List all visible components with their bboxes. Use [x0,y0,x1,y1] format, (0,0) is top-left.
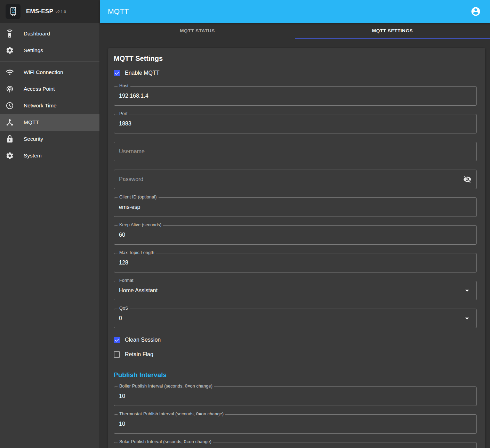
sidebar-item-security[interactable]: Security [0,131,99,147]
publish-intervals-heading: Publish Intervals [114,371,477,379]
host-field: Host [114,86,477,106]
host-input[interactable] [119,93,472,99]
qos-select-value: 0 [119,315,463,321]
app-title-group: EMS-ESP v2.1.0 [26,8,66,15]
chevron-down-icon [463,286,472,295]
password-field [114,170,477,189]
sidebar-item-wifi-connection[interactable]: WiFi Connection [0,64,99,81]
tab-bar: MQTT STATUS MQTT SETTINGS [100,23,490,39]
sidebar-item-dashboard[interactable]: Dashboard [0,25,99,42]
sidebar-item-label: Settings [24,47,43,54]
tab-mqtt-status[interactable]: MQTT STATUS [100,23,295,39]
password-input[interactable] [119,176,463,182]
sidebar-item-label: MQTT [24,119,39,125]
checkbox-checked-icon [114,70,120,76]
max-topic-length-field: Max Topic Length [114,253,477,272]
format-select-label: Format [118,278,135,283]
sidebar-item-network-time[interactable]: Network Time [0,97,99,114]
wifi-icon [6,68,14,76]
sidebar-item-mqtt[interactable]: MQTT [0,114,99,131]
qos-select-label: QoS [118,306,130,311]
sidebar-nav: Dashboard Settings WiFi Connection Acc [0,23,99,164]
checkbox-checked-icon [114,337,120,343]
enable-mqtt-checkbox[interactable]: Enable MQTT [114,70,477,76]
retain-flag-label: Retain Flag [125,351,153,358]
clock-icon [6,101,14,110]
sidebar: EMS-ESP v2.1.0 Dashboard Settings [0,0,100,448]
sidebar-item-label: Dashboard [24,31,50,37]
content-area: MQTT Settings Enable MQTT Host Port [100,39,490,448]
retain-flag-checkbox[interactable]: Retain Flag [114,351,477,358]
host-field-label: Host [118,83,130,88]
boiler-interval-input[interactable] [119,393,472,399]
port-field: Port [114,114,477,133]
sidebar-item-access-point[interactable]: Access Point [0,81,99,97]
sidebar-item-label: Network Time [24,103,57,109]
thermostat-interval-field-label: Thermostat Publish Interval (seconds, 0=… [118,412,225,416]
checkbox-unchecked-icon [114,351,120,358]
card-title: MQTT Settings [114,54,477,63]
ems-esp-logo [6,4,21,19]
port-field-label: Port [118,111,129,116]
keep-alive-field-label: Keep Alive (seconds) [118,222,163,227]
format-select[interactable]: Format Home Assistant [114,281,477,300]
keep-alive-field: Keep Alive (seconds) [114,225,477,245]
format-select-value: Home Assistant [119,287,463,294]
max-topic-length-field-label: Max Topic Length [118,250,156,255]
username-field [114,142,477,161]
app-root: EMS-ESP v2.1.0 Dashboard Settings [0,0,490,448]
appbar: MQTT [100,0,490,23]
access-point-icon [6,85,14,93]
app-title: EMS-ESP [26,8,53,15]
sidebar-item-label: WiFi Connection [24,69,63,75]
enable-mqtt-label: Enable MQTT [125,70,160,76]
boiler-interval-field-label: Boiler Publish Interval (seconds, 0=on c… [118,384,214,389]
clean-session-checkbox[interactable]: Clean Session [114,336,477,343]
chevron-down-icon [463,314,472,323]
sidebar-header: EMS-ESP v2.1.0 [0,0,99,23]
port-input[interactable] [119,121,472,127]
mqtt-settings-card: MQTT Settings Enable MQTT Host Port [108,48,485,448]
lock-icon [6,135,14,143]
sidebar-item-label: Access Point [24,86,55,92]
thermostat-interval-field: Thermostat Publish Interval (seconds, 0=… [114,414,477,434]
system-gear-icon [6,152,14,160]
visibility-off-icon[interactable] [463,175,472,184]
main-area: MQTT MQTT STATUS MQTT SETTINGS MQTT Sett… [100,0,490,448]
thermostat-interval-input[interactable] [119,421,472,427]
account-circle-icon[interactable] [471,6,481,17]
max-topic-length-input[interactable] [119,260,472,266]
mqtt-hub-icon [6,118,14,127]
sidebar-item-settings[interactable]: Settings [0,42,99,59]
sidebar-item-label: System [24,153,42,159]
client-id-input[interactable] [119,204,472,210]
boiler-interval-field: Boiler Publish Interval (seconds, 0=on c… [114,386,477,406]
app-version: v2.1.0 [56,10,66,14]
sidebar-item-label: Security [24,136,43,142]
dashboard-remote-icon [6,30,14,38]
tab-mqtt-settings[interactable]: MQTT SETTINGS [295,23,490,39]
solar-interval-field: Solar Publish Interval (seconds, 0=on ch… [114,442,477,448]
page-title: MQTT [108,7,129,16]
gear-icon [6,46,14,55]
sidebar-item-system[interactable]: System [0,147,99,164]
client-id-field-label: Client ID (optional) [118,195,159,199]
keep-alive-input[interactable] [119,232,472,238]
clean-session-label: Clean Session [125,337,161,343]
qos-select[interactable]: QoS 0 [114,309,477,328]
username-input[interactable] [119,148,472,155]
sidebar-divider [0,61,99,62]
solar-interval-field-label: Solar Publish Interval (seconds, 0=on ch… [118,439,213,444]
client-id-field: Client ID (optional) [114,197,477,217]
